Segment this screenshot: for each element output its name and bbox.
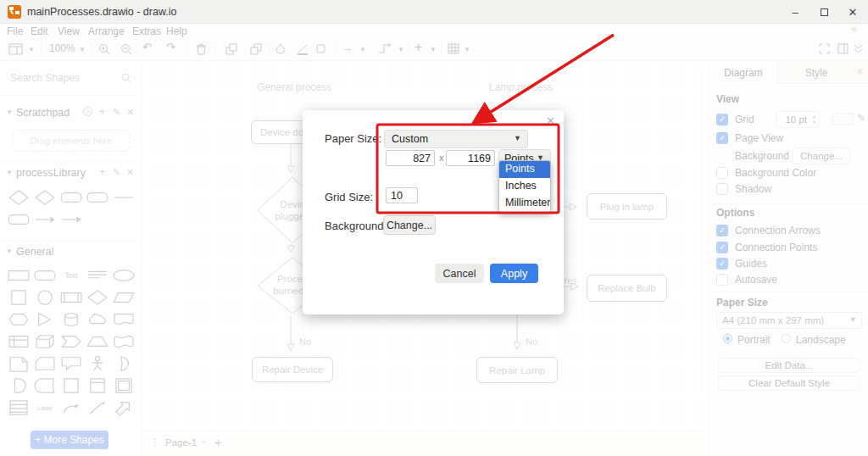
paper-width-input[interactable] <box>386 150 435 166</box>
minimize-button[interactable]: – <box>781 0 810 24</box>
node-plug-in-lamp-label: Plug in lamp <box>600 202 654 212</box>
close-button[interactable]: ✕ <box>838 0 867 24</box>
node-repair-lamp[interactable]: Repair Lamp <box>476 357 558 383</box>
background-change-button[interactable]: Change... <box>383 215 436 235</box>
node-repair-lamp-label: Repair Lamp <box>489 365 545 375</box>
drawio-window: mainProcesses.drawio - draw.io – ✕ File … <box>0 0 868 456</box>
dialog-close-icon[interactable]: ✕ <box>546 114 555 127</box>
chevron-down-icon: ▼ <box>514 134 521 142</box>
paper-size-label: Paper Size: <box>325 132 381 145</box>
grid-size-label: Grid Size: <box>325 191 373 203</box>
window-title: mainProcesses.drawio - draw.io <box>27 6 176 18</box>
edge-label-no: No <box>299 336 311 347</box>
node-repair-device-label: Repair Device <box>262 364 323 375</box>
title-bar: mainProcesses.drawio - draw.io – ✕ <box>0 0 868 24</box>
grid-size-input[interactable] <box>386 187 418 203</box>
page-setup-dialog: ✕ Paper Size: Custom ▼ x Points ▼ Points… <box>303 110 564 314</box>
node-plug-in-lamp[interactable]: Plug in lamp <box>587 193 667 220</box>
unit-option-millimeters[interactable]: Millimeters <box>499 195 550 212</box>
page1-title: General process <box>257 81 331 93</box>
paper-size-value: Custom <box>392 133 428 145</box>
node-replace-bulb-label: Replace Bulb <box>598 283 655 293</box>
dimension-separator: x <box>439 153 444 163</box>
restore-button[interactable] <box>810 0 838 24</box>
unit-option-inches[interactable]: Inches <box>499 178 550 195</box>
paper-height-input[interactable] <box>446 150 495 166</box>
background-label: Background: <box>325 220 387 232</box>
edge-label-yes: Yes <box>562 275 577 286</box>
apply-button[interactable]: Apply <box>490 264 538 283</box>
edge-label-no: No <box>526 336 537 347</box>
node-repair-device[interactable]: Repair Device <box>252 357 333 382</box>
unit-dropdown-list: Points Inches Millimeters <box>498 160 551 213</box>
drawio-logo-icon <box>8 5 21 19</box>
node-replace-bulb[interactable]: Replace Bulb <box>587 275 667 302</box>
paper-size-select[interactable]: Custom ▼ <box>384 130 528 148</box>
unit-option-points[interactable]: Points <box>499 161 550 178</box>
cancel-button[interactable]: Cancel <box>435 264 484 283</box>
page2-title: Lamp process <box>489 81 553 93</box>
